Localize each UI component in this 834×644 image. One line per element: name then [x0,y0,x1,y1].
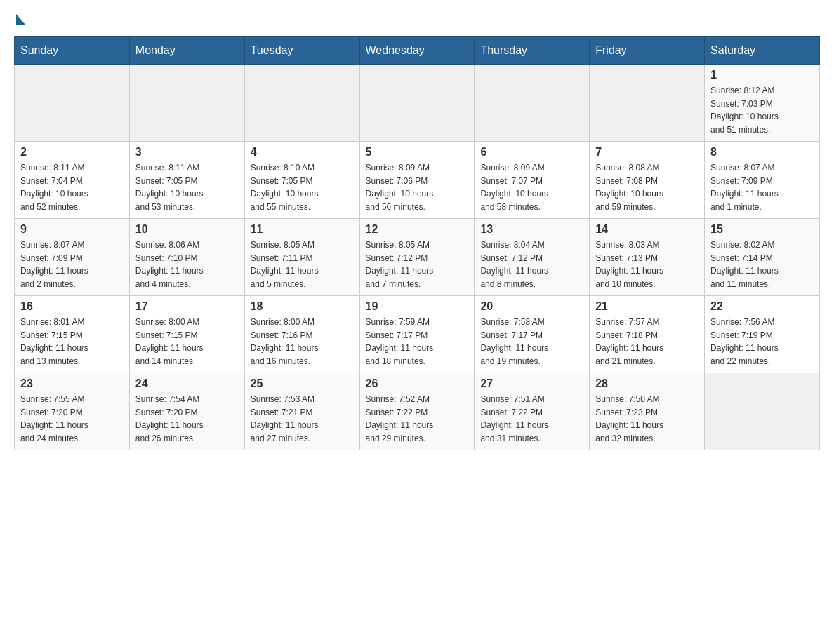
day-number: 4 [251,146,354,159]
day-info: Sunrise: 8:03 AM Sunset: 7:13 PM Dayligh… [595,239,699,290]
day-cell [705,373,820,450]
day-number: 23 [20,377,124,390]
day-number: 21 [595,300,699,313]
day-cell: 7Sunrise: 8:08 AM Sunset: 7:08 PM Daylig… [590,142,705,219]
day-number: 9 [20,223,124,236]
day-cell: 24Sunrise: 7:54 AM Sunset: 7:20 PM Dayli… [129,373,244,450]
logo [14,14,26,22]
day-header-row: SundayMondayTuesdayWednesdayThursdayFrid… [15,37,820,65]
calendar-body: 1Sunrise: 8:12 AM Sunset: 7:03 PM Daylig… [15,65,820,450]
day-number: 1 [710,69,814,81]
day-number: 17 [135,300,239,313]
day-cell: 17Sunrise: 8:00 AM Sunset: 7:15 PM Dayli… [129,296,244,373]
day-number: 10 [135,223,239,236]
day-number: 20 [480,300,583,313]
day-cell: 13Sunrise: 8:04 AM Sunset: 7:12 PM Dayli… [475,219,590,296]
week-row-1: 1Sunrise: 8:12 AM Sunset: 7:03 PM Daylig… [15,65,820,142]
day-cell: 21Sunrise: 7:57 AM Sunset: 7:18 PM Dayli… [590,296,705,373]
week-row-5: 23Sunrise: 7:55 AM Sunset: 7:20 PM Dayli… [15,373,820,450]
day-info: Sunrise: 8:09 AM Sunset: 7:06 PM Dayligh… [366,161,469,213]
week-row-4: 16Sunrise: 8:01 AM Sunset: 7:15 PM Dayli… [15,296,820,373]
day-header-friday: Friday [590,37,705,65]
day-cell: 26Sunrise: 7:52 AM Sunset: 7:22 PM Dayli… [359,373,475,450]
day-header-saturday: Saturday [705,37,820,65]
day-cell [15,65,130,142]
day-number: 27 [480,377,583,390]
day-number: 8 [710,146,814,159]
day-cell: 28Sunrise: 7:50 AM Sunset: 7:23 PM Dayli… [590,373,705,450]
day-number: 24 [135,377,239,390]
day-cell [475,65,590,142]
day-info: Sunrise: 8:02 AM Sunset: 7:14 PM Dayligh… [710,239,814,290]
day-info: Sunrise: 7:59 AM Sunset: 7:17 PM Dayligh… [366,316,469,368]
day-cell: 5Sunrise: 8:09 AM Sunset: 7:06 PM Daylig… [359,142,475,219]
day-cell: 6Sunrise: 8:09 AM Sunset: 7:07 PM Daylig… [475,142,590,219]
day-number: 12 [366,223,469,236]
day-cell: 3Sunrise: 8:11 AM Sunset: 7:05 PM Daylig… [129,142,244,219]
day-cell: 25Sunrise: 7:53 AM Sunset: 7:21 PM Dayli… [244,373,359,450]
day-header-thursday: Thursday [475,37,590,65]
day-info: Sunrise: 8:08 AM Sunset: 7:08 PM Dayligh… [595,161,699,213]
day-number: 7 [595,146,699,159]
day-cell: 27Sunrise: 7:51 AM Sunset: 7:22 PM Dayli… [475,373,590,450]
day-info: Sunrise: 7:55 AM Sunset: 7:20 PM Dayligh… [20,393,124,445]
day-info: Sunrise: 8:04 AM Sunset: 7:12 PM Dayligh… [480,239,583,290]
day-info: Sunrise: 8:05 AM Sunset: 7:11 PM Dayligh… [251,239,354,290]
day-number: 26 [366,377,469,390]
day-number: 15 [710,223,814,236]
day-cell: 14Sunrise: 8:03 AM Sunset: 7:13 PM Dayli… [590,219,705,296]
day-number: 5 [366,146,469,159]
day-number: 6 [480,146,583,159]
day-cell: 1Sunrise: 8:12 AM Sunset: 7:03 PM Daylig… [705,65,820,142]
day-cell: 16Sunrise: 8:01 AM Sunset: 7:15 PM Dayli… [15,296,130,373]
day-info: Sunrise: 7:57 AM Sunset: 7:18 PM Dayligh… [595,316,699,368]
day-header-wednesday: Wednesday [359,37,475,65]
calendar-table: SundayMondayTuesdayWednesdayThursdayFrid… [14,36,820,450]
day-cell: 19Sunrise: 7:59 AM Sunset: 7:17 PM Dayli… [359,296,475,373]
day-cell [244,65,359,142]
day-info: Sunrise: 8:11 AM Sunset: 7:05 PM Dayligh… [135,161,239,213]
day-cell [129,65,244,142]
day-number: 28 [595,377,699,390]
week-row-3: 9Sunrise: 8:07 AM Sunset: 7:09 PM Daylig… [15,219,820,296]
day-cell: 20Sunrise: 7:58 AM Sunset: 7:17 PM Dayli… [475,296,590,373]
day-cell: 8Sunrise: 8:07 AM Sunset: 7:09 PM Daylig… [705,142,820,219]
day-info: Sunrise: 8:12 AM Sunset: 7:03 PM Dayligh… [710,84,814,136]
day-info: Sunrise: 8:00 AM Sunset: 7:16 PM Dayligh… [251,316,354,368]
day-cell: 11Sunrise: 8:05 AM Sunset: 7:11 PM Dayli… [244,219,359,296]
day-number: 11 [251,223,354,236]
day-cell [359,65,475,142]
day-cell: 10Sunrise: 8:06 AM Sunset: 7:10 PM Dayli… [129,219,244,296]
day-info: Sunrise: 8:05 AM Sunset: 7:12 PM Dayligh… [366,239,469,290]
day-number: 18 [251,300,354,313]
day-cell [590,65,705,142]
day-header-sunday: Sunday [15,37,130,65]
day-header-monday: Monday [129,37,244,65]
day-info: Sunrise: 7:51 AM Sunset: 7:22 PM Dayligh… [480,393,583,445]
day-info: Sunrise: 7:52 AM Sunset: 7:22 PM Dayligh… [366,393,469,445]
day-header-tuesday: Tuesday [244,37,359,65]
day-cell: 2Sunrise: 8:11 AM Sunset: 7:04 PM Daylig… [15,142,130,219]
day-number: 13 [480,223,583,236]
day-number: 3 [135,146,239,159]
logo-arrow-icon [16,14,26,25]
day-info: Sunrise: 8:07 AM Sunset: 7:09 PM Dayligh… [20,239,124,290]
day-cell: 12Sunrise: 8:05 AM Sunset: 7:12 PM Dayli… [359,219,475,296]
day-number: 22 [710,300,814,313]
day-cell: 15Sunrise: 8:02 AM Sunset: 7:14 PM Dayli… [705,219,820,296]
day-info: Sunrise: 8:06 AM Sunset: 7:10 PM Dayligh… [135,239,239,290]
day-info: Sunrise: 8:01 AM Sunset: 7:15 PM Dayligh… [20,316,124,368]
logo-line1 [14,14,26,24]
day-cell: 4Sunrise: 8:10 AM Sunset: 7:05 PM Daylig… [244,142,359,219]
day-number: 2 [20,146,124,159]
day-info: Sunrise: 7:50 AM Sunset: 7:23 PM Dayligh… [595,393,699,445]
page-header [14,14,820,22]
day-cell: 9Sunrise: 8:07 AM Sunset: 7:09 PM Daylig… [15,219,130,296]
week-row-2: 2Sunrise: 8:11 AM Sunset: 7:04 PM Daylig… [15,142,820,219]
day-cell: 18Sunrise: 8:00 AM Sunset: 7:16 PM Dayli… [244,296,359,373]
day-info: Sunrise: 7:53 AM Sunset: 7:21 PM Dayligh… [251,393,354,445]
day-number: 14 [595,223,699,236]
day-cell: 22Sunrise: 7:56 AM Sunset: 7:19 PM Dayli… [705,296,820,373]
day-info: Sunrise: 7:54 AM Sunset: 7:20 PM Dayligh… [135,393,239,445]
calendar-header: SundayMondayTuesdayWednesdayThursdayFrid… [15,37,820,65]
